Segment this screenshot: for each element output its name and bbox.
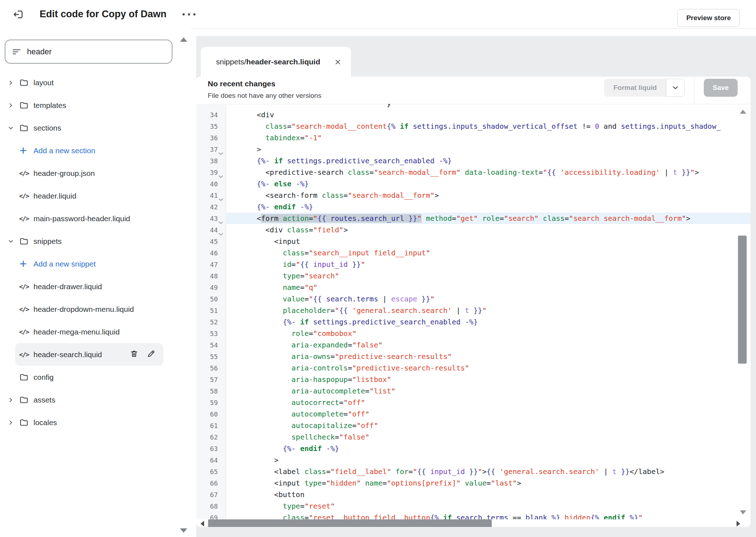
file-filter-input[interactable] [26,47,172,57]
horizontal-scrollbar-thumb[interactable] [208,519,492,527]
code-file-icon: </> [19,283,33,290]
code-text: {%- if settings.predictive_search_enable… [226,316,751,328]
code-line-35[interactable]: 35 class="search-modal__content{% if set… [196,120,751,132]
code-text: class="search-modal__content{% if settin… [226,120,751,132]
code-line-45[interactable]: 45 <input [196,236,751,247]
code-line-34[interactable]: 34 <div [196,109,751,120]
sidebar-folder-layout[interactable]: layout [15,71,163,94]
chevron-down-icon[interactable] [8,238,14,244]
code-line-68[interactable]: 68 type="reset" [196,500,751,512]
code-line-61[interactable]: 61 autocapitalize="off" [196,420,751,431]
sidebar-file-header-dropdown-menu-liquid[interactable]: </>header-dropdown-menu.liquid [15,298,163,320]
code-line-60[interactable]: 60 autocomplete="off" [196,408,751,420]
code-line-66[interactable]: 66 <input type="hidden" name="options[pr… [196,477,751,489]
line-number: 44 [196,224,226,236]
code-line-40[interactable]: 40 {%- else -%} [196,178,751,190]
code-file-icon: </> [19,192,33,200]
code-line-50[interactable]: 50 value="{{ search.terms | escape }}" [196,293,751,305]
item-label: assets [33,396,55,404]
sidebar-file-main-password-header-liquid[interactable]: </>main-password-header.liquid [15,207,163,230]
preview-store-button[interactable]: Preview store [677,9,740,27]
sidebar-file-header-liquid[interactable]: </>header.liquid [15,185,163,207]
trash-icon[interactable] [130,349,139,360]
code-line-52[interactable]: 52 {%- if settings.predictive_search_ena… [196,316,751,328]
code-line-47[interactable]: 47 id="{{ input_id }}" [196,259,751,270]
code-line-57[interactable]: 57 aria-haspopup="listbox" [196,374,751,385]
code-line-37[interactable]: 37 > [196,144,751,155]
code-line-46[interactable]: 46 class="search__input field__input" [196,247,751,259]
chevron-right-icon[interactable] [8,103,14,108]
code-line-44[interactable]: 44 <div class="field"> [196,224,751,236]
line-number: 56 [196,362,226,374]
sidebar-file-header-drawer-liquid[interactable]: </>header-drawer.liquid [15,275,163,298]
save-button[interactable]: Save [704,79,738,97]
code-line-49[interactable]: 49 name="q" [196,282,751,293]
vertical-scroll-up-arrow[interactable] [740,110,746,114]
code-text: id="{{ input_id }}" [226,259,751,270]
tab-close-icon[interactable] [334,58,342,66]
sidebar-scroll-up-arrow[interactable] [180,37,187,42]
code-line-58[interactable]: 58 aria-autocomplete="list" [196,385,751,397]
more-actions-button[interactable] [180,10,198,18]
code-file-icon: </> [19,351,33,358]
code-line-56[interactable]: 56 aria-controls="predictive-search-resu… [196,362,751,374]
code-line-48[interactable]: 48 type="search" [196,270,751,282]
code-line-69[interactable]: 69 class="reset__button field__button{% … [196,512,751,519]
chevron-down-icon[interactable] [8,125,14,131]
code-line-53[interactable]: 53 role="combobox" [196,328,751,339]
code-line-43[interactable]: 43 <form action="{{ routes.search_url }}… [196,213,751,224]
sidebar-folder-snippets[interactable]: snippets [15,230,163,252]
code-text: <label class="field__label" for="{{ inpu… [226,466,751,477]
code-editor[interactable]: y" "34 <div35 class="search-modal__conte… [196,104,751,519]
code-line-65[interactable]: 65 <label class="field__label" for="{{ i… [196,466,751,477]
sidebar-file-header-search-liquid[interactable]: </>header-search.liquid [15,343,163,366]
code-line-51[interactable]: 51 placeholder="{{ 'general.search.searc… [196,305,751,316]
code-line-38[interactable]: 38 {%- if settings.predictive_search_ena… [196,155,751,167]
sidebar-action-add-a-new-section[interactable]: Add a new section [15,139,163,162]
code-line-36[interactable]: 36 tabindex="-1" [196,132,751,144]
line-number: 63 [196,443,226,454]
code-line-67[interactable]: 67 <button [196,489,751,500]
code-line-42[interactable]: 42 {%- endif -%} [196,201,751,213]
sidebar-scroll-down-arrow[interactable] [180,528,187,533]
code-line-partial[interactable]: y" " [196,104,751,109]
horizontal-scroll-right-arrow[interactable] [737,521,740,527]
code-line-55[interactable]: 55 aria-owns="predictive-search-results" [196,351,751,362]
sidebar-folder-locales[interactable]: locales [15,411,163,434]
horizontal-scroll-left-arrow[interactable] [201,521,204,527]
sidebar-file-header-mega-menu-liquid[interactable]: </>header-mega-menu.liquid [15,320,163,343]
code-line-64[interactable]: 64 > [196,454,751,466]
sidebar-folder-sections[interactable]: sections [15,117,163,139]
code-line-62[interactable]: 62 spellcheck="false" [196,431,751,443]
line-number: 57 [196,374,226,385]
code-line-63[interactable]: 63 {%- endif -%} [196,443,751,454]
code-file-icon: </> [19,328,33,336]
line-number: 48 [196,270,226,282]
code-line-41[interactable]: 41 <search-form class="search-modal__for… [196,190,751,201]
sidebar-action-add-a-new-snippet[interactable]: Add a new snippet [15,252,163,275]
format-liquid-button[interactable]: Format liquid [604,79,666,97]
code-line-54[interactable]: 54 aria-expanded="false" [196,339,751,351]
line-number: 59 [196,397,226,408]
chevron-down-icon [672,84,679,91]
pencil-icon[interactable] [147,349,156,360]
chevron-right-icon[interactable] [8,397,14,403]
sidebar-folder-config[interactable]: config [15,366,163,388]
vertical-scroll-down-arrow[interactable] [740,510,746,514]
code-line-59[interactable]: 59 autocorrect="off" [196,397,751,408]
code-line-39[interactable]: 39 <predictive-search class="search-moda… [196,167,751,178]
code-text: > [226,454,751,466]
code-text: <predictive-search class="search-modal__… [226,167,751,178]
sidebar-folder-templates[interactable]: templates [15,94,163,117]
tab-header-search-liquid[interactable]: snippets/header-search.liquid [201,47,351,77]
sidebar-file-header-group-json[interactable]: </>header-group.json [15,162,163,185]
line-number: 47 [196,259,226,270]
chevron-right-icon[interactable] [8,420,14,425]
file-filter-box[interactable] [5,40,172,64]
chevron-right-icon[interactable] [8,80,14,86]
code-text: spellcheck="false" [226,431,751,443]
exit-editor-button[interactable] [12,9,24,20]
format-liquid-dropdown-button[interactable] [666,79,685,97]
sidebar-folder-assets[interactable]: assets [15,388,163,411]
vertical-scrollbar-thumb[interactable] [738,236,747,364]
